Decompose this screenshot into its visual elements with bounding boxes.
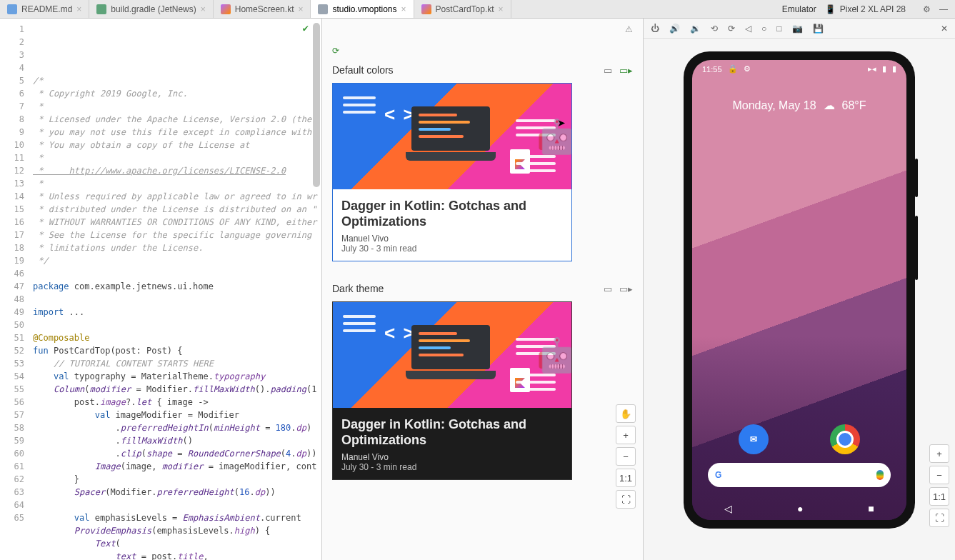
close-panel-icon[interactable]: ✕: [941, 24, 948, 34]
zoom-in-button[interactable]: +: [616, 426, 636, 444]
tab-label: README.md: [21, 4, 72, 14]
gear-icon[interactable]: ⚙: [923, 4, 931, 14]
battery-icon: ▮: [892, 64, 896, 74]
editor-tab[interactable]: HomeScreen.kt×: [214, 0, 311, 18]
tab-label: studio.vmoptions: [332, 4, 396, 14]
home-icon[interactable]: ○: [761, 24, 766, 34]
zoom-fit-button[interactable]: ⛶: [616, 490, 636, 509]
refresh-icon[interactable]: ⟳: [332, 46, 339, 56]
editor-tab[interactable]: PostCardTop.kt×: [414, 0, 511, 18]
signal-icon: ▮: [882, 64, 886, 74]
android-icon: 🤖: [536, 336, 571, 374]
zoom-out-button[interactable]: −: [616, 447, 636, 466]
phone-icon: 📱: [825, 4, 836, 14]
preview-card-default[interactable]: < > 🤖 Dagger in Kotlin: Gotchas and Opti…: [332, 83, 572, 261]
status-time: 11:55: [702, 65, 722, 74]
system-nav-bar: ◁ ● ■: [692, 503, 906, 514]
device-icon[interactable]: ▭: [604, 284, 612, 294]
assistant-mic-icon[interactable]: [876, 470, 884, 480]
preview-section-title: Default colors: [332, 64, 394, 76]
pan-button[interactable]: ✋: [616, 404, 636, 423]
close-tab-icon[interactable]: ×: [76, 4, 81, 14]
file-type-icon: [421, 4, 431, 14]
editor-tab[interactable]: build.gradle (JetNews)×: [89, 0, 213, 18]
volume-down-icon[interactable]: 🔉: [690, 24, 701, 34]
emulator-tab-label[interactable]: Emulator: [782, 4, 816, 14]
card-title: Dagger in Kotlin: Gotchas and Optimizati…: [341, 198, 563, 229]
inspection-ok-icon: ✔: [303, 21, 309, 34]
preview-section-title-dark: Dark theme: [332, 283, 384, 294]
editor-tabs: README.md×build.gradle (JetNews)×HomeScr…: [0, 0, 955, 19]
status-bar: 11:55 🔒 ⚙ ▸◂ ▮ ▮: [692, 64, 906, 74]
card-meta: July 30 - 3 min read: [341, 244, 563, 254]
power-icon[interactable]: ⏻: [651, 24, 659, 34]
emulator-panel: ⏻ 🔊 🔉 ⟲ ⟳ ◁ ○ □ 📷 💾 ✕: [644, 19, 955, 560]
google-search-bar[interactable]: G: [708, 463, 891, 487]
nav-home-button[interactable]: ●: [797, 503, 803, 514]
preview-card-dark[interactable]: < > 🤖 Dagger in Kotlin: Gotchas and Opti…: [332, 301, 572, 480]
settings-chip-icon: ⚙: [744, 64, 751, 74]
nav-back-button[interactable]: ◁: [724, 503, 732, 514]
hide-panel-icon[interactable]: —: [939, 4, 948, 14]
vertical-scrollbar[interactable]: [313, 23, 320, 187]
run-preview-icon[interactable]: ▭▸: [619, 284, 633, 294]
overview-icon[interactable]: □: [776, 24, 781, 34]
zoom-fit-button[interactable]: ⛶: [929, 509, 949, 527]
device-frame: 11:55 🔒 ⚙ ▸◂ ▮ ▮ Monday, May 18: [684, 51, 915, 529]
card-title: Dagger in Kotlin: Gotchas and Optimizati…: [341, 416, 563, 448]
editor-tab[interactable]: README.md×: [0, 0, 89, 18]
file-type-icon: [221, 4, 231, 14]
back-icon[interactable]: ◁: [745, 24, 751, 34]
app-dock: ✉: [708, 424, 891, 454]
zoom-1to1-button[interactable]: 1:1: [616, 469, 636, 487]
lock-icon: 🔒: [728, 64, 738, 74]
tab-label: HomeScreen.kt: [235, 4, 294, 14]
volume-up-icon[interactable]: 🔊: [669, 24, 680, 34]
home-temp: 68°F: [842, 99, 866, 112]
device-icon[interactable]: ▭: [604, 65, 612, 76]
tab-label: PostCardTop.kt: [436, 4, 494, 14]
code-editor[interactable]: 1234567891011121314151617181946474849505…: [0, 19, 321, 560]
compose-preview-panel: ≡Code ◫Split ▦Design ⟳ ⚠ Default colors …: [322, 19, 644, 560]
card-hero-image: < > 🤖: [333, 84, 571, 189]
android-icon: 🤖: [536, 117, 571, 156]
weather-icon: ☁: [824, 99, 835, 112]
zoom-1to1-button[interactable]: 1:1: [929, 487, 949, 506]
editor-tab[interactable]: studio.vmoptions×: [311, 0, 414, 18]
messages-app-icon[interactable]: ✉: [739, 424, 769, 454]
close-tab-icon[interactable]: ×: [298, 4, 303, 14]
card-hero-image: < > 🤖: [333, 302, 571, 408]
zoom-in-button[interactable]: +: [929, 444, 949, 463]
close-tab-icon[interactable]: ×: [499, 4, 504, 14]
file-type-icon: [96, 4, 106, 14]
close-tab-icon[interactable]: ×: [201, 4, 206, 14]
zoom-out-button[interactable]: −: [929, 466, 949, 484]
wifi-icon: ▸◂: [868, 64, 876, 74]
rotate-left-icon[interactable]: ⟲: [711, 24, 718, 34]
run-preview-icon[interactable]: ▭▸: [619, 65, 633, 76]
warning-icon[interactable]: ⚠: [625, 24, 633, 34]
rotate-right-icon[interactable]: ⟳: [728, 24, 735, 34]
card-author: Manuel Vivo: [341, 452, 563, 462]
close-tab-icon[interactable]: ×: [401, 4, 406, 14]
emulator-zoom-controls: + − 1:1 ⛶: [929, 444, 949, 527]
file-type-icon: [318, 4, 328, 14]
card-author: Manuel Vivo: [341, 234, 563, 244]
device-screen[interactable]: 11:55 🔒 ⚙ ▸◂ ▮ ▮ Monday, May 18: [692, 60, 906, 520]
nav-recent-button[interactable]: ■: [868, 503, 874, 514]
tab-label: build.gradle (JetNews): [111, 4, 196, 14]
device-selector[interactable]: 📱Pixel 2 XL API 28: [825, 4, 906, 14]
screenshot-icon[interactable]: 📷: [792, 24, 803, 34]
preview-zoom-controls: ✋ + − 1:1 ⛶: [616, 404, 636, 509]
chrome-app-icon[interactable]: [830, 424, 860, 454]
save-icon[interactable]: 💾: [813, 24, 824, 34]
card-meta: July 30 - 3 min read: [341, 462, 563, 472]
code-area[interactable]: ✔ /* * Copyright 2019 Google, Inc. * * L…: [29, 19, 321, 560]
file-type-icon: [7, 4, 17, 14]
line-number-gutter: 1234567891011121314151617181946474849505…: [0, 19, 29, 560]
home-date: Monday, May 18: [732, 99, 816, 112]
emulator-toolbar: ⏻ 🔊 🔉 ⟲ ⟳ ◁ ○ □ 📷 💾 ✕: [644, 19, 955, 39]
google-logo-icon: G: [715, 470, 721, 480]
editor-panel: 1234567891011121314151617181946474849505…: [0, 19, 322, 560]
